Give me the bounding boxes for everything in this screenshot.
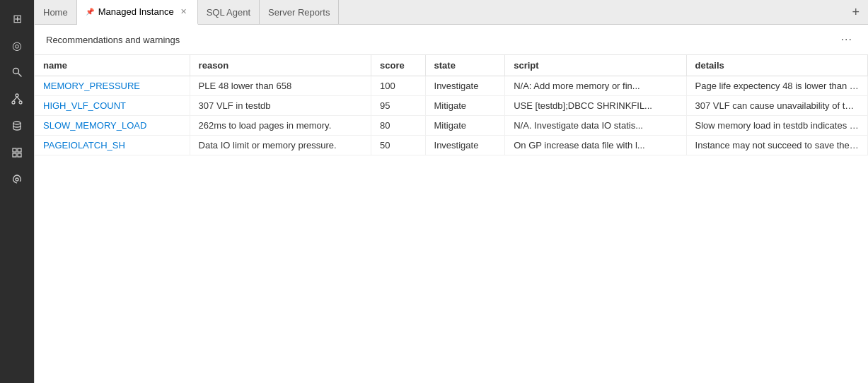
cell-details: Page life expectency 48 is lower than 65…	[686, 76, 867, 96]
monitor-icon[interactable]	[4, 167, 30, 192]
svg-rect-9	[18, 148, 21, 152]
dashboard-icon[interactable]: ◎	[4, 33, 30, 58]
cell-script: On GP increase data file with l...	[505, 136, 686, 155]
section-header: Recommendations and warnings ···	[35, 25, 868, 55]
table-container: name reason score state script details M…	[35, 55, 868, 383]
tab-managed-instance[interactable]: 📌 Managed Instance ✕	[77, 0, 198, 25]
cell-script: USE [testdb];DBCC SHRINKFIL...	[505, 96, 686, 116]
cell-state: Mitigate	[425, 96, 505, 116]
cell-name: PAGEIOLATCH_SH	[35, 136, 190, 155]
svg-rect-10	[13, 153, 16, 157]
table-row[interactable]: HIGH_VLF_COUNT307 VLF in testdb95Mitigat…	[35, 96, 868, 116]
content-area: Recommendations and warnings ··· name re…	[35, 25, 868, 383]
cell-score: 80	[371, 116, 426, 136]
database-icon[interactable]	[4, 113, 30, 139]
svg-line-5	[13, 97, 17, 101]
cell-reason: 262ms to load pages in memory.	[190, 116, 371, 136]
tab-bar: Home 📌 Managed Instance ✕ SQL Agent Serv…	[35, 0, 868, 25]
connections-icon[interactable]	[4, 86, 30, 112]
main-area: Home 📌 Managed Instance ✕ SQL Agent Serv…	[34, 0, 868, 383]
more-options-button[interactable]: ···	[837, 32, 857, 47]
svg-point-4	[19, 101, 22, 104]
sidebar: ⊞ ◎	[0, 0, 34, 383]
svg-point-2	[16, 94, 18, 97]
cell-name: HIGH_VLF_COUNT	[35, 96, 190, 116]
cell-reason: PLE 48 lower than 658	[190, 76, 371, 96]
cell-script: N/A. Investigate data IO statis...	[505, 116, 686, 136]
grid-icon[interactable]	[4, 140, 30, 165]
cell-name: SLOW_MEMORY_LOAD	[35, 116, 190, 136]
table-header: name reason score state script details	[35, 55, 868, 76]
tab-server-reports[interactable]: Server Reports	[260, 0, 339, 24]
svg-point-7	[13, 122, 21, 124]
svg-line-6	[17, 97, 21, 101]
search-icon[interactable]	[4, 59, 30, 85]
cell-details: Slow memory load in testdb indicates IO …	[686, 116, 867, 136]
col-reason: reason	[190, 55, 371, 76]
cell-state: Investigate	[425, 76, 505, 96]
tab-close-managed-instance[interactable]: ✕	[178, 6, 189, 17]
section-title: Recommendations and warnings	[46, 35, 180, 45]
cell-details: 307 VLF can cause unavailability of test…	[686, 96, 867, 116]
pin-icon: 📌	[86, 8, 94, 16]
add-tab-button[interactable]: +	[843, 0, 868, 24]
cell-details: Instance may not succeed to save the mem…	[686, 136, 867, 155]
col-script: script	[505, 55, 686, 76]
svg-point-0	[13, 69, 19, 74]
home-icon[interactable]: ⊞	[4, 6, 30, 31]
cell-name: MEMORY_PRESSURE	[35, 76, 190, 96]
svg-line-1	[18, 73, 21, 76]
table-body: MEMORY_PRESSUREPLE 48 lower than 658100I…	[35, 76, 868, 155]
col-state: state	[425, 55, 505, 76]
table-row[interactable]: MEMORY_PRESSUREPLE 48 lower than 658100I…	[35, 76, 868, 96]
col-details: details	[686, 55, 867, 76]
svg-point-3	[12, 101, 15, 104]
tab-home[interactable]: Home	[35, 0, 77, 24]
svg-rect-11	[18, 153, 21, 157]
cell-reason: Data IO limit or memory pressure.	[190, 136, 371, 155]
cell-score: 95	[371, 96, 426, 116]
table-row[interactable]: SLOW_MEMORY_LOAD262ms to load pages in m…	[35, 116, 868, 136]
tab-sql-agent[interactable]: SQL Agent	[198, 0, 260, 24]
cell-state: Mitigate	[425, 116, 505, 136]
cell-score: 50	[371, 136, 426, 155]
recommendations-table: name reason score state script details M…	[35, 55, 868, 155]
cell-state: Investigate	[425, 136, 505, 155]
cell-script: N/A: Add more memory or fin...	[505, 76, 686, 96]
table-row[interactable]: PAGEIOLATCH_SHData IO limit or memory pr…	[35, 136, 868, 155]
svg-rect-8	[13, 148, 16, 152]
cell-score: 100	[371, 76, 426, 96]
svg-point-12	[16, 178, 18, 181]
col-score: score	[371, 55, 426, 76]
col-name: name	[35, 55, 190, 76]
cell-reason: 307 VLF in testdb	[190, 96, 371, 116]
